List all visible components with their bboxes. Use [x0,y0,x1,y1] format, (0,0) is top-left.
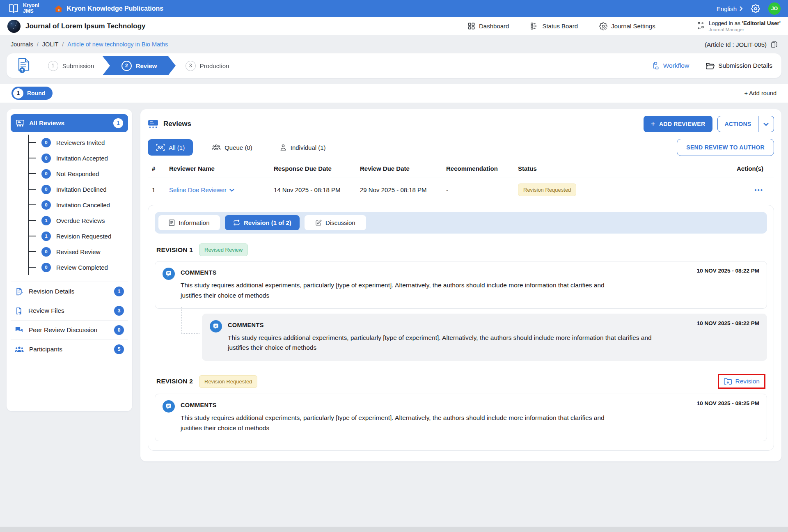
chevron-down-icon[interactable] [758,122,774,126]
breadcrumb-journals[interactable]: Journals [11,41,33,48]
user-avatar[interactable]: JO [768,2,781,15]
tab-discussion[interactable]: Discussion [305,215,366,230]
user-swap-icon [696,20,705,30]
revision-upload-link[interactable]: Revision [735,378,760,385]
sidebar-item-all-reviews[interactable]: All Reviews 1 [11,114,128,132]
comment-text: This study requires additional experimen… [181,280,624,301]
app-logo[interactable]: Kryoni JMS [7,3,39,14]
comment-heading: COMMENTS [228,320,759,328]
sidebar-item-revision-details[interactable]: Revision Details 1 [11,282,128,301]
folder-open-icon [706,62,715,70]
comment-card: COMMENTS This study requires additional … [155,261,767,309]
language-selector[interactable]: English [717,5,743,12]
comment-text: This study requires additional experimen… [228,333,671,353]
comment-date: 10 NOV 2025 - 08:22 PM [697,268,759,274]
discussion-chat-icon [15,326,23,334]
row-actions-menu-button[interactable]: ••• [754,186,763,193]
nav-status-board-label: Status Board [542,23,578,30]
sidebar-item-participants[interactable]: Participants 5 [11,339,128,359]
tab-revision[interactable]: Revision (1 of 2) [225,215,300,230]
all-reviews-label: All Reviews [29,119,64,127]
nav-dashboard[interactable]: Dashboard [467,22,509,30]
copy-icon[interactable] [771,41,777,48]
step-review[interactable]: 2 Review [103,56,176,75]
add-reviewer-button[interactable]: + ADD REVIEWER [644,116,712,132]
step-production-number: 3 [186,61,196,71]
workflow-label: Workflow [663,62,689,69]
count-badge: 0 [41,154,51,163]
actions-button[interactable]: ACTIONS [717,116,774,132]
detail-tab-bar: Information Revision (1 of 2) [155,212,767,234]
sidebar-item-peer-review-discussion[interactable]: Peer Review Discussion 0 [11,320,128,339]
settings-gear-icon[interactable] [751,4,760,13]
sidebar-item-review-completed[interactable]: 0 Review Completed [29,259,128,275]
round-1-pill[interactable]: 1 Round [11,87,53,100]
comment-heading: COMMENTS [181,268,759,276]
comment-text: This study requires additional experimen… [181,413,624,433]
revision-repeat-icon [233,219,240,226]
sidebar-item-invitation-accepted[interactable]: 0 Invitation Accepted [29,150,128,166]
chevron-right-icon [739,6,743,11]
breadcrumb-jolit[interactable]: JOLIT [42,41,58,48]
article-document-icon [16,57,32,74]
reviewer-name-link[interactable]: Seline Doe Reviewer [169,186,234,193]
sidebar-item-invitation-declined[interactable]: 0 Invitation Declined [29,181,128,197]
logged-in-user-switcher[interactable]: Logged in as 'Editorial User' Journal Ma… [696,20,781,32]
workflow-hierarchy-icon [651,62,660,70]
sidebar-item-overdue-reviews[interactable]: 1 Overdue Reviews [29,213,128,228]
add-round-button[interactable]: + Add round [744,90,777,96]
reviews-sidebar: All Reviews 1 0 Reviewers Invited 0 Invi… [7,109,132,411]
status-board-icon [530,22,538,30]
comment-bubble-icon [210,320,222,332]
comment-card: COMMENTS This study requires additional … [155,394,767,441]
comment-date: 10 NOV 2025 - 08:25 PM [697,400,759,406]
table-row: 1 Seline Doe Reviewer 14 Nov 2025 - 08:1… [148,177,774,202]
send-review-to-author-button[interactable]: SEND REVIEW TO AUTHOR [677,139,774,156]
journal-title: Journal of Lorem Ipsum Technology [25,22,146,30]
nav-status-board[interactable]: Status Board [530,22,578,30]
breadcrumb-article[interactable]: Article of new technology in Bio Maths [67,41,168,48]
tab-information[interactable]: Information [158,215,220,230]
count-badge: 3 [114,306,124,316]
tab-all[interactable]: All (1) [148,139,193,156]
nav-journal-settings[interactable]: Journal Settings [599,22,655,30]
language-label: English [717,5,737,12]
workflow-link[interactable]: Workflow [651,62,689,70]
sidebar-item-invitation-cancelled[interactable]: 0 Invitation Cancelled [29,197,128,213]
count-badge: 0 [41,169,51,179]
publisher-home-link[interactable]: Kryon Knowledge Publications [55,5,164,13]
journal-avatar [7,20,21,33]
sidebar-item-revision-requested[interactable]: 1 Revision Requested [29,228,128,244]
review-files-icon [15,307,23,315]
individual-person-icon [279,144,287,151]
logo-line2: JMS [23,9,39,14]
count-badge: 0 [41,138,51,147]
home-icon [55,5,63,13]
upload-revision-link-highlighted[interactable]: Revision [718,374,765,389]
count-badge: 1 [41,216,51,225]
submission-details-link[interactable]: Submission Details [706,62,772,70]
round-bar: 1 Round + Add round [0,84,788,103]
publisher-name: Kryon Knowledge Publications [67,5,164,12]
step-submission[interactable]: 1 Submission [34,56,108,75]
reviews-panel-title: Reviews [163,120,191,128]
tab-queue[interactable]: Queue (0) [204,139,261,156]
comment-date: 10 NOV 2025 - 08:22 PM [697,320,759,326]
page-bottom-strip [0,527,788,532]
nav-journal-settings-label: Journal Settings [611,23,655,30]
all-group-scan-icon [156,144,165,151]
information-doc-icon [169,219,175,226]
sidebar-item-not-responded[interactable]: 0 Not Responded [29,166,128,181]
round-label: Round [27,90,45,96]
workflow-stepper-card: 1 Submission 2 Review 3 Production Workf… [7,53,781,78]
tab-individual[interactable]: Individual (1) [271,139,334,156]
sidebar-item-review-files[interactable]: Review Files 3 [11,301,128,320]
status-badge: Revision Requested [518,183,576,196]
revision-2-status-badge: Revision Requested [199,375,257,388]
sidebar-item-revised-review[interactable]: 0 Revised Review [29,244,128,259]
count-badge: 0 [41,247,51,257]
sidebar-item-reviewers-invited[interactable]: 0 Reviewers Invited [29,135,128,150]
step-production[interactable]: 3 Production [171,56,244,75]
count-badge: 0 [114,325,124,335]
submission-details-label: Submission Details [718,62,772,69]
